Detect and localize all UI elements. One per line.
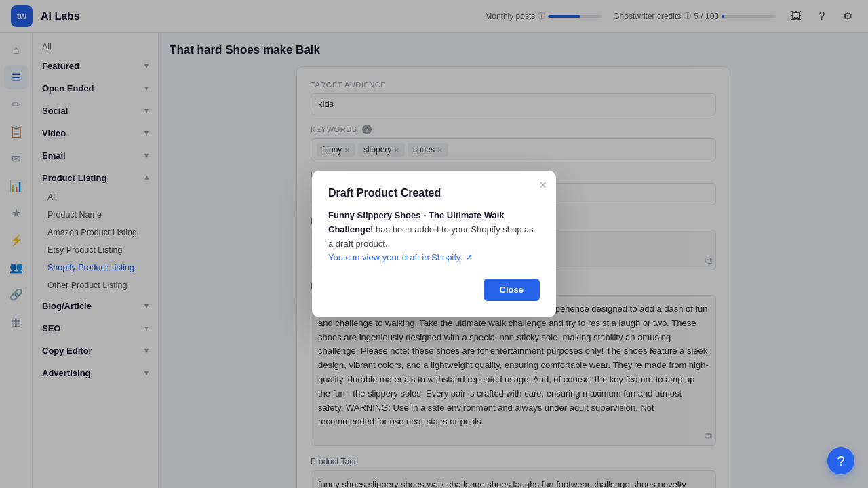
modal-close-button[interactable]: Close [484,279,540,301]
modal-close-icon-button[interactable]: × [539,179,547,191]
external-link-icon: ↗ [465,252,473,262]
draft-product-modal: × Draft Product Created Funny Slippery S… [312,171,556,317]
modal-overlay[interactable]: × Draft Product Created Funny Slippery S… [0,0,868,488]
modal-body: Funny Slippery Shoes - The Ultimate Walk… [328,209,540,265]
modal-footer: Close [328,279,540,301]
modal-title: Draft Product Created [328,187,540,199]
help-bubble-button[interactable]: ? [827,447,854,474]
modal-shopify-link[interactable]: You can view your draft in Shopify. ↗ [328,252,473,262]
